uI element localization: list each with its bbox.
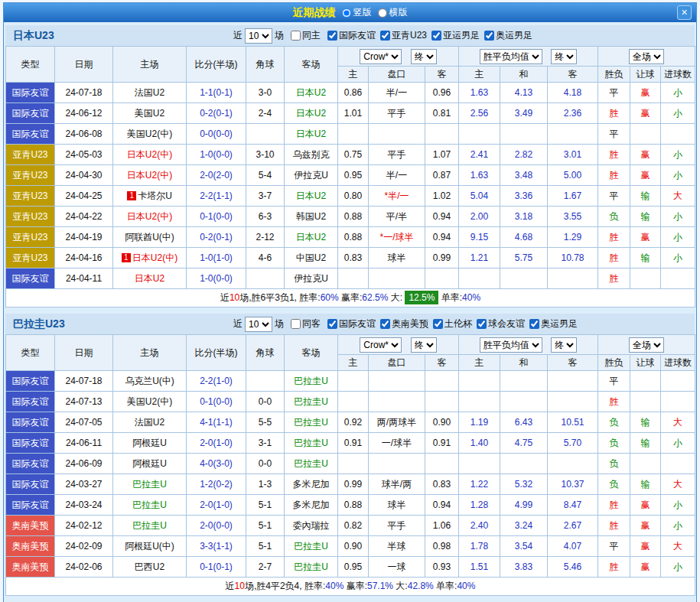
cell-date: 24-06-09 (55, 454, 113, 474)
cell-match-type: 国际友谊 (6, 103, 55, 124)
cell-mean-home: 1.19 (459, 412, 500, 433)
cell-mean-draw: 3.48 (500, 165, 548, 186)
cell-mean-away: 4.18 (548, 83, 598, 103)
cell-date: 24-02-06 (55, 557, 113, 578)
col-header-handicap: 盘口 (369, 355, 425, 371)
cell-home-team: 日本U2(中) (113, 145, 187, 165)
league-filter-option[interactable]: 国际友谊 (327, 317, 376, 330)
mean-odds-select[interactable]: 胜平负均值 (480, 337, 542, 353)
league-filter-option[interactable]: 亚青U23 (380, 29, 427, 42)
league-label: 亚运男足 (443, 29, 480, 42)
section-header-band: 日本U23 近 10 场 同主 国际友谊亚青U23亚运男足奥运男足 (5, 25, 695, 46)
mean-odds-group: 胜平负均值 终 (459, 47, 598, 67)
cell-corner: 0-0 (246, 454, 285, 474)
cell-match-type: 国际友谊 (6, 268, 55, 289)
league-filter-option[interactable]: 奥南美预 (380, 317, 428, 330)
recent-count-select[interactable]: 10 (245, 317, 272, 332)
same-venue-checkbox[interactable] (291, 319, 301, 329)
league-filter-option[interactable]: 奥运男足 (484, 29, 532, 42)
cell-goals-result: 小 (661, 495, 695, 516)
league-label: 奥运男足 (541, 317, 578, 330)
cell-mean-home: 2.00 (459, 207, 500, 227)
league-filter-option[interactable]: 奥运男足 (529, 317, 578, 330)
cell-mean-home: 1.40 (459, 433, 500, 454)
final-mean-select[interactable]: 终 (551, 49, 577, 64)
away-team-name: 伊拉克U (294, 170, 328, 181)
summary-segment: 40% (325, 581, 343, 591)
league-filter-option[interactable]: 土伦杯 (433, 317, 472, 330)
league-checkbox[interactable] (327, 31, 337, 41)
league-checkbox[interactable] (380, 31, 390, 41)
cell-handicap-result: 赢 (630, 495, 661, 516)
near-label: 近 (233, 317, 243, 330)
cell-goals-result: 小 (661, 227, 695, 248)
cell-mean-away: 10.37 (548, 474, 598, 495)
league-filter-option[interactable]: 球会友谊 (477, 317, 525, 330)
cell-score: 2-0(1-0) (187, 495, 246, 516)
cell-mean-draw: 4.68 (500, 227, 548, 248)
summary-segment: 42.8% (408, 581, 434, 591)
vertical-radio[interactable] (342, 8, 351, 18)
league-checkbox[interactable] (327, 319, 337, 329)
league-checkbox[interactable] (433, 319, 443, 329)
cell-score: 0-2(0-1) (187, 227, 246, 248)
summary-segment: 大: (393, 581, 408, 591)
bookmaker-select[interactable]: Crow* (360, 49, 402, 64)
final-mean-select[interactable]: 终 (551, 337, 577, 353)
cell-odds-home: 0.86 (338, 83, 369, 103)
league-checkbox[interactable] (380, 319, 390, 329)
cell-handicap-result: 赢 (630, 557, 661, 578)
cell-away-team: 日本U2 (285, 83, 338, 103)
away-team-name: 日本U2 (296, 108, 326, 119)
home-team-name: 阿根廷U (132, 458, 167, 469)
results-table: 类型 日期 主场 比分(半场) 角球 客场 Crow* 终 胜平负均值 终 (5, 46, 695, 308)
league-filter-option[interactable]: 国际友谊 (327, 29, 376, 42)
cell-mean-draw: 5.75 (500, 248, 548, 268)
cell-handicap-result: 赢 (630, 516, 661, 536)
scope-select[interactable]: 全场 (629, 337, 664, 353)
home-team-name: 日本U2 (135, 273, 164, 284)
match-row: 亚青U2324-04-251卡塔尔U2-2(1-1)3-7日本U20.80*半/… (6, 186, 695, 207)
final-odds-select[interactable]: 终 (411, 337, 437, 353)
cell-match-type: 奥南美预 (6, 516, 55, 536)
col-header-odds-home: 主 (338, 355, 369, 371)
summary-segment: 大: (388, 292, 405, 303)
league-checkbox[interactable] (431, 31, 441, 41)
mean-odds-select[interactable]: 胜平负均值 (480, 49, 542, 64)
recent-count-select[interactable]: 10 (245, 28, 272, 44)
away-team-name: 日本U2 (296, 232, 326, 242)
layout-vertical-option[interactable]: 竖版 (342, 6, 372, 19)
cell-odds-home: 0.95 (338, 165, 369, 186)
same-venue-option[interactable]: 同主 (291, 29, 321, 42)
cell-odds-home: 0.92 (338, 412, 369, 433)
league-checkbox[interactable] (484, 31, 494, 41)
col-header-result: 胜负 (598, 67, 630, 83)
games-label: 场 (275, 317, 284, 330)
cell-result: 胜 (598, 145, 630, 165)
cell-home-team: 巴拉圭U (113, 516, 187, 536)
cell-mean-home: 1.63 (459, 165, 500, 186)
cell-handicap-result (630, 124, 661, 145)
cell-away-team: 多米尼加 (285, 495, 338, 516)
scope-select[interactable]: 全场 (629, 49, 664, 64)
horizontal-radio[interactable] (378, 8, 387, 18)
away-team-name: 中国U2 (296, 252, 326, 263)
final-odds-select[interactable]: 终 (411, 49, 437, 64)
cell-result: 负 (598, 474, 630, 495)
cell-score: 2-0(1-0) (187, 433, 246, 454)
cell-mean-home: 1.63 (459, 83, 500, 103)
col-header-corner: 角球 (246, 335, 285, 371)
col-header-result: 胜负 (598, 355, 630, 371)
layout-horizontal-option[interactable]: 横版 (378, 6, 408, 19)
same-venue-checkbox[interactable] (291, 31, 301, 41)
cell-odds-away: 1.07 (425, 145, 459, 165)
cell-match-type: 国际友谊 (6, 124, 55, 145)
same-venue-option[interactable]: 同客 (291, 317, 321, 330)
league-filter-option[interactable]: 亚运男足 (431, 29, 480, 42)
league-checkbox[interactable] (529, 319, 539, 329)
bookmaker-select[interactable]: Crow* (360, 337, 402, 353)
cell-date: 24-07-13 (55, 392, 113, 412)
close-button[interactable]: × (677, 5, 692, 20)
league-checkbox[interactable] (477, 319, 487, 329)
col-header-mean-home: 主 (459, 67, 500, 83)
